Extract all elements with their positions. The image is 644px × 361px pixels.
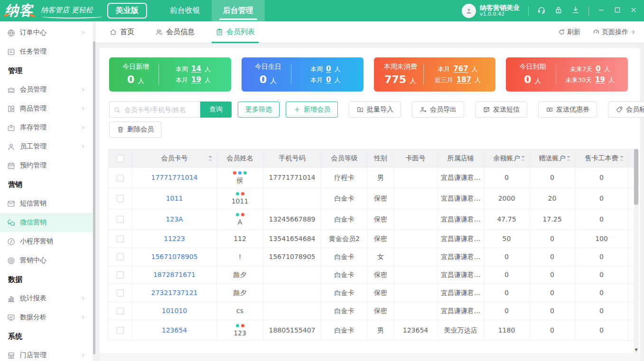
sidebar-item[interactable]: 订单中心 bbox=[0, 23, 96, 42]
column-header[interactable]: 余额账户 bbox=[484, 149, 530, 167]
column-header[interactable]: 赠送账户 bbox=[530, 149, 575, 167]
search-input[interactable] bbox=[123, 106, 196, 114]
refresh-button[interactable]: 刷新 bbox=[558, 28, 580, 37]
member-card-link[interactable]: 17771771014 bbox=[151, 174, 198, 181]
user-account[interactable]: 纳客营销美业 v1.0.0.42 bbox=[462, 4, 520, 18]
member-card-link[interactable]: 123A bbox=[166, 215, 183, 223]
sidebar-item[interactable]: 短信营销 bbox=[0, 194, 96, 213]
sidebar-item[interactable]: 库存管理 bbox=[0, 118, 96, 137]
column-header: 会员等级 bbox=[321, 149, 368, 167]
avatar-icon bbox=[465, 5, 473, 17]
search-icon bbox=[113, 106, 121, 113]
sort-carets[interactable] bbox=[521, 156, 525, 161]
member-card-link[interactable]: 101010 bbox=[162, 307, 187, 315]
toolbar-button[interactable]: 批量导入 bbox=[349, 102, 401, 118]
sidebar-item[interactable]: 小程序营销 bbox=[0, 232, 96, 251]
sidebar-scrollbar-thumb[interactable] bbox=[93, 41, 95, 354]
sort-desc-icon[interactable] bbox=[521, 156, 525, 158]
sidebar-item[interactable]: 会员管理 bbox=[0, 80, 96, 99]
sidebar-item[interactable]: 员工管理 bbox=[0, 137, 96, 156]
clipboard-icon bbox=[215, 28, 224, 36]
topnav-tab[interactable]: 前台收银 bbox=[159, 0, 212, 21]
row-checkbox[interactable] bbox=[117, 216, 124, 223]
sidebar-item[interactable]: 商品管理 bbox=[0, 99, 96, 118]
page-tab[interactable]: 首页 bbox=[109, 21, 134, 43]
download-button[interactable] bbox=[571, 6, 580, 16]
member-card-link[interactable]: 123654 bbox=[162, 326, 187, 334]
member-card-link[interactable]: 11223 bbox=[164, 235, 185, 242]
row-checkbox[interactable] bbox=[117, 253, 124, 260]
toolbar-button[interactable]: 会员导出 bbox=[412, 102, 464, 118]
page-tab[interactable]: 会员列表 bbox=[215, 21, 255, 43]
stat-value: 0人 bbox=[113, 74, 159, 86]
row-checkbox-cell bbox=[109, 188, 132, 209]
sort-asc-icon[interactable] bbox=[620, 159, 624, 161]
search-button[interactable]: 查询 bbox=[200, 102, 232, 118]
chevron-right-icon bbox=[80, 87, 86, 93]
member-card-link[interactable]: 27321737121 bbox=[151, 289, 198, 296]
sort-desc-icon[interactable] bbox=[620, 156, 624, 158]
sidebar-item[interactable]: 任务管理 bbox=[0, 42, 96, 61]
row-checkbox[interactable] bbox=[117, 289, 124, 296]
column-header[interactable]: 售卡工本费 bbox=[575, 149, 628, 167]
row-checkbox[interactable] bbox=[117, 175, 124, 182]
delete-member-button[interactable]: 删除会员 bbox=[109, 121, 161, 138]
page-tab[interactable]: 会员信息 bbox=[155, 21, 195, 43]
sort-asc-icon[interactable] bbox=[567, 159, 570, 161]
sort-carets[interactable] bbox=[620, 156, 624, 161]
close-button[interactable] bbox=[630, 6, 637, 16]
sidebar-item-label: 预约管理 bbox=[20, 161, 47, 170]
sort-carets[interactable] bbox=[567, 156, 570, 161]
toolbar-button[interactable]: 发送优惠券 bbox=[538, 102, 597, 118]
minimize-button[interactable] bbox=[597, 6, 605, 16]
row-checkbox[interactable] bbox=[117, 307, 124, 315]
cell-balance: 1180 bbox=[484, 320, 530, 341]
select-all-checkbox[interactable] bbox=[117, 155, 124, 162]
toolbar-button[interactable]: 发送短信 bbox=[475, 102, 527, 118]
sidebar-item[interactable]: 统计报表 bbox=[0, 289, 96, 308]
member-card-link[interactable]: 1872871671 bbox=[153, 271, 196, 278]
lock-button[interactable] bbox=[554, 6, 563, 16]
sort-asc-icon[interactable] bbox=[208, 159, 212, 161]
topnav-tab[interactable]: 后台管理 bbox=[212, 0, 265, 21]
sort-desc-icon[interactable] bbox=[208, 156, 212, 158]
cell-card-no: 1011 bbox=[132, 188, 217, 209]
row-checkbox[interactable] bbox=[117, 235, 124, 242]
toolbar-button[interactable]: 新增会员 bbox=[286, 102, 338, 118]
cell-gender: 保密 bbox=[368, 188, 394, 209]
page-ops-button[interactable]: 页面操作 bbox=[593, 28, 636, 37]
cell-store: 宜昌谦谦君... bbox=[438, 302, 484, 320]
member-card-link[interactable]: 15671078905 bbox=[151, 253, 198, 260]
sidebar-item[interactable]: 微信营销 bbox=[0, 213, 96, 232]
chevron-right-icon bbox=[80, 296, 86, 301]
member-card-link[interactable]: 1011 bbox=[166, 194, 183, 202]
sidebar-item[interactable]: 预约管理 bbox=[0, 156, 96, 175]
toolbar-button[interactable]: 会员标签 bbox=[608, 102, 644, 118]
sidebar-scrollbar[interactable] bbox=[93, 21, 96, 361]
maximize-button[interactable] bbox=[614, 6, 621, 16]
row-checkbox[interactable] bbox=[117, 271, 124, 278]
sort-carets[interactable] bbox=[208, 156, 212, 161]
toolbar-button[interactable]: 更多筛选 bbox=[238, 102, 280, 118]
topbar-right: 纳客营销美业 v1.0.0.42 bbox=[462, 4, 644, 18]
support-button[interactable] bbox=[537, 6, 546, 16]
cell-card-fee: 0 bbox=[575, 284, 628, 302]
sort-asc-icon[interactable] bbox=[521, 159, 525, 161]
row-checkbox[interactable] bbox=[117, 195, 124, 202]
sidebar-item[interactable]: 门店管理 bbox=[0, 346, 96, 361]
edition-badge[interactable]: 美业版 bbox=[107, 3, 147, 19]
row-checkbox[interactable] bbox=[117, 327, 124, 334]
stat-detail-number: 19 bbox=[595, 75, 605, 84]
stat-label: 今日新增 bbox=[113, 63, 159, 71]
cell-phone: 18805155407 bbox=[263, 320, 321, 341]
column-header[interactable]: 会员卡号 bbox=[132, 149, 217, 167]
sort-desc-icon[interactable] bbox=[567, 156, 570, 158]
sidebar-item-label: 门店管理 bbox=[20, 351, 47, 360]
sidebar-item[interactable]: 数据分析 bbox=[0, 308, 96, 327]
table-scrollbar[interactable]: ▼ bbox=[634, 149, 639, 353]
cell-card-no: 17771771014 bbox=[132, 167, 217, 188]
sidebar-item[interactable]: 营销中心 bbox=[0, 251, 96, 270]
table-scrollbar-thumb[interactable] bbox=[634, 149, 638, 205]
scrollbar-down-arrow[interactable]: ▼ bbox=[634, 348, 639, 352]
sidebar-item-label: 任务管理 bbox=[20, 47, 47, 56]
